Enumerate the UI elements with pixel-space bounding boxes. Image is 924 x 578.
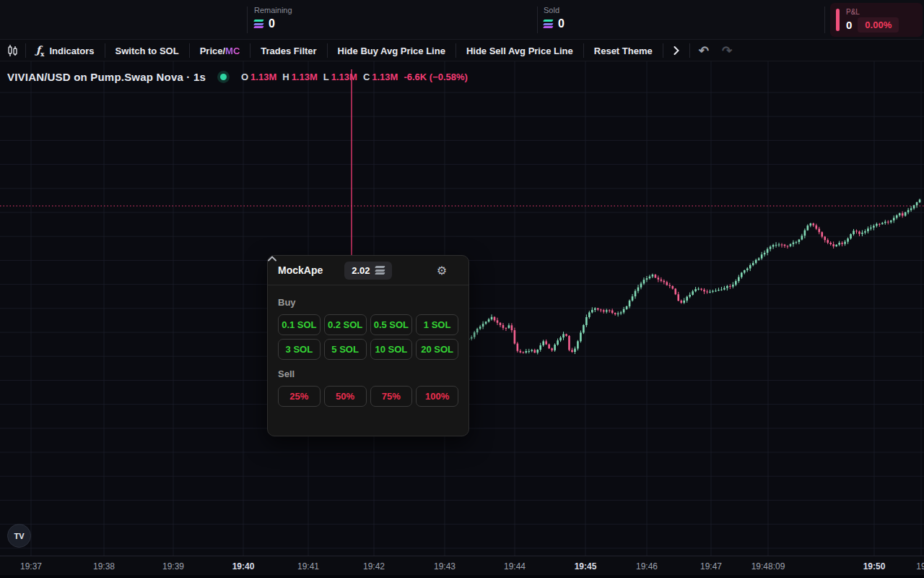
indicators-label: Indicators — [49, 46, 94, 56]
solana-icon — [254, 20, 263, 28]
remaining-stat: Remaining 0 — [254, 6, 292, 30]
buy-button-20-sol[interactable]: 20 SOL — [416, 339, 458, 360]
solana-icon — [544, 20, 553, 28]
pnl-label: P&L — [846, 8, 899, 16]
time-tick-1941: 19:41 — [297, 561, 319, 571]
undo-icon: ↶ — [699, 45, 709, 57]
redo-button[interactable]: ↷ — [718, 40, 736, 61]
amount-value: 2.02 — [352, 265, 370, 276]
buy-button-3-sol[interactable]: 3 SOL — [278, 339, 321, 360]
panel-title: MockApe — [278, 264, 323, 276]
pnl-value: 0 — [846, 19, 852, 31]
toolbar-more-button[interactable] — [663, 40, 689, 61]
time-tick-1946: 19:46 — [636, 561, 658, 571]
gear-icon[interactable]: ⚙ — [437, 264, 447, 277]
time-tick-1939: 19:39 — [162, 561, 184, 571]
pnl-box: P&L 0 0.00% — [830, 3, 923, 37]
hide-sell-avg-button[interactable]: Hide Sell Avg Price Line — [456, 40, 583, 61]
buy-button-10-sol[interactable]: 10 SOL — [370, 339, 413, 360]
solana-icon — [375, 266, 385, 275]
buy-button-0.2-sol[interactable]: 0.2 SOL — [324, 314, 367, 335]
mc-label: MC — [225, 46, 240, 56]
candle-style-button[interactable] — [0, 40, 25, 61]
chart-canvas[interactable]: VIVIAN/USD on Pump.Swap Nova · 1s O1.13M… — [0, 61, 924, 556]
chart-toolbar: ƒx Indicators Switch to SOL Price/MC Tra… — [0, 40, 924, 61]
buy-button-5-sol[interactable]: 5 SOL — [324, 339, 367, 360]
indicators-button[interactable]: ƒx Indicators — [26, 40, 105, 61]
bottom-strip — [0, 575, 924, 578]
sell-button-75-[interactable]: 75% — [370, 386, 413, 407]
sell-button-25-[interactable]: 25% — [278, 386, 321, 407]
tradingview-logo[interactable]: TV — [7, 524, 31, 548]
time-tick-1950: 19:50 — [863, 561, 886, 571]
time-tick-1940: 19:40 — [232, 561, 255, 571]
time-tick-1937: 19:37 — [20, 561, 42, 571]
trading-app: Remaining 0 Sold 0 P&L 0 0.00% — [0, 0, 924, 578]
reset-theme-button[interactable]: Reset Theme — [584, 40, 663, 61]
undo-button[interactable]: ↶ — [690, 40, 718, 61]
hide-sell-avg-label: Hide Sell Avg Price Line — [466, 46, 573, 56]
sell-button-grid: 25%50%75%100% — [278, 386, 458, 407]
trades-filter-label: Trades Filter — [261, 46, 316, 56]
remaining-label: Remaining — [254, 6, 292, 14]
remaining-value: 0 — [269, 17, 275, 30]
time-tick-1945: 19:45 — [575, 561, 597, 571]
pnl-accent-bar — [836, 9, 840, 31]
sell-button-50-[interactable]: 50% — [324, 386, 367, 407]
pnl-percent-badge: 0.00% — [858, 17, 899, 33]
hide-buy-avg-label: Hide Buy Avg Price Line — [338, 46, 445, 56]
divider — [537, 7, 538, 33]
time-tick-1942: 19:42 — [363, 561, 385, 571]
buy-button-1-sol[interactable]: 1 SOL — [416, 314, 458, 335]
candles-icon — [6, 44, 19, 58]
sell-button-100-[interactable]: 100% — [416, 386, 458, 407]
divider — [247, 7, 248, 33]
mockape-panel-header: MockApe 2.02 ⚙ — [268, 256, 468, 285]
time-tick-19: 19 — [916, 561, 924, 571]
divider — [824, 7, 825, 33]
top-stats-bar: Remaining 0 Sold 0 P&L 0 0.00% — [0, 0, 924, 40]
sell-group: Sell 25%50%75%100% — [278, 368, 458, 407]
chevron-right-icon — [674, 46, 679, 55]
time-tick-1938: 19:38 — [93, 561, 115, 571]
buy-button-0.5-sol[interactable]: 0.5 SOL — [370, 314, 413, 335]
switch-to-sol-button[interactable]: Switch to SOL — [105, 40, 189, 61]
price-label: Price/ — [200, 46, 225, 56]
time-tick-1944: 19:44 — [504, 561, 526, 571]
time-tick-1947: 19:47 — [700, 561, 722, 571]
time-tick-1943: 19:43 — [434, 561, 456, 571]
buy-group: Buy 0.1 SOL0.2 SOL0.5 SOL1 SOL3 SOL5 SOL… — [278, 297, 458, 360]
fx-icon: ƒx — [36, 44, 44, 58]
buy-button-0.1-sol[interactable]: 0.1 SOL — [278, 314, 321, 335]
sold-value: 0 — [558, 17, 565, 30]
price-mc-toggle[interactable]: Price/MC — [190, 40, 250, 61]
trades-filter-button[interactable]: Trades Filter — [250, 40, 326, 61]
redo-icon: ↷ — [722, 45, 732, 57]
sold-stat: Sold 0 — [544, 6, 565, 30]
sold-label: Sold — [544, 6, 565, 14]
time-tick-194809: 19:48:09 — [751, 561, 785, 571]
buy-button-grid: 0.1 SOL0.2 SOL0.5 SOL1 SOL3 SOL5 SOL10 S… — [278, 314, 458, 360]
sell-label: Sell — [278, 368, 458, 379]
hide-buy-avg-button[interactable]: Hide Buy Avg Price Line — [328, 40, 456, 61]
amount-selector[interactable]: 2.02 — [344, 262, 391, 280]
switch-to-sol-label: Switch to SOL — [116, 46, 179, 56]
buy-label: Buy — [278, 297, 458, 308]
reset-theme-label: Reset Theme — [594, 46, 653, 56]
mockape-panel: MockApe 2.02 ⚙ Buy 0.1 SOL0.2 SOL0.5 SOL… — [267, 255, 469, 436]
